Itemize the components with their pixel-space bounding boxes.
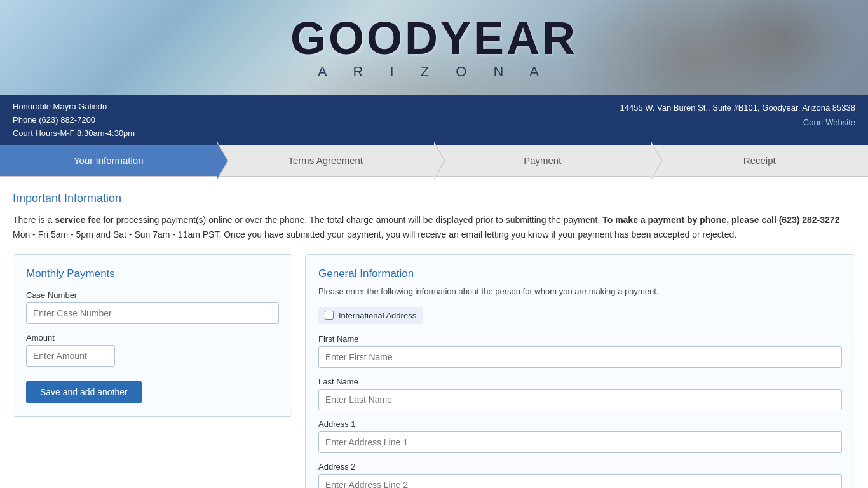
important-info-text: There is a service fee for processing pa… [13, 213, 855, 241]
address2-input[interactable] [318, 474, 842, 488]
monthly-payments-title: Monthly Payments [26, 268, 279, 280]
address2-label: Address 2 [318, 462, 842, 471]
step-payment[interactable]: Payment [434, 145, 651, 176]
info-bar: Honorable Mayra Galindo Phone (623) 882-… [0, 95, 868, 145]
header-banner: GOODYEAR A R I Z O N A [0, 0, 868, 95]
logo-container: GOODYEAR A R I Z O N A [290, 15, 578, 80]
general-info-card: General Information Please enter the fol… [305, 254, 855, 488]
info-bar-left: Honorable Mayra Galindo Phone (623) 882-… [13, 100, 135, 140]
monthly-payments-card: Monthly Payments Case Number Amount Save… [13, 254, 292, 417]
last-name-label: Last Name [318, 377, 842, 386]
save-add-another-button[interactable]: Save and add another [26, 381, 142, 403]
logo-goodyear: GOODYEAR [290, 15, 578, 61]
general-info-title: General Information [318, 268, 842, 280]
phone: Phone (623) 882-7200 [13, 114, 135, 127]
steps-nav: Your Information Terms Agreement Payment… [0, 145, 868, 177]
important-info-section: Important Information There is a service… [13, 192, 855, 241]
case-number-label: Case Number [26, 290, 279, 300]
court-hours: Court Hours-M-F 8:30am-4:30pm [13, 127, 135, 140]
international-address-checkbox[interactable] [325, 311, 334, 320]
address1-group: Address 1 [318, 419, 842, 453]
first-name-input[interactable] [318, 346, 842, 368]
last-name-group: Last Name [318, 377, 842, 410]
amount-label: Amount [26, 333, 279, 342]
main-content: Important Information There is a service… [0, 177, 868, 488]
address: 14455 W. Van Buren St., Suite #B101, Goo… [620, 100, 855, 115]
step-receipt[interactable]: Receipt [651, 145, 869, 176]
case-number-group: Case Number [26, 290, 279, 324]
info-bar-right: 14455 W. Van Buren St., Suite #B101, Goo… [620, 100, 855, 130]
step-terms-agreement[interactable]: Terms Agreement [217, 145, 435, 176]
address2-group: Address 2 [318, 462, 842, 488]
international-address-label: International Address [339, 311, 416, 320]
logo-arizona: A R I Z O N A [290, 64, 578, 80]
first-name-label: First Name [318, 334, 842, 344]
address1-input[interactable] [318, 431, 842, 453]
last-name-input[interactable] [318, 389, 842, 410]
international-address-row: International Address [318, 307, 423, 324]
general-info-subtitle: Please enter the following information a… [318, 285, 842, 298]
general-info-col: General Information Please enter the fol… [305, 254, 855, 488]
court-website-link[interactable]: Court Website [803, 118, 855, 127]
monthly-payments-col: Monthly Payments Case Number Amount Save… [13, 254, 292, 488]
address1-label: Address 1 [318, 419, 842, 429]
step-your-information[interactable]: Your Information [0, 145, 217, 176]
two-col-layout: Monthly Payments Case Number Amount Save… [13, 254, 855, 488]
amount-group: Amount [26, 333, 279, 367]
judge-name: Honorable Mayra Galindo [13, 100, 135, 114]
important-info-title: Important Information [13, 192, 855, 205]
first-name-group: First Name [318, 334, 842, 368]
case-number-input[interactable] [26, 302, 279, 324]
amount-input[interactable] [26, 345, 115, 367]
